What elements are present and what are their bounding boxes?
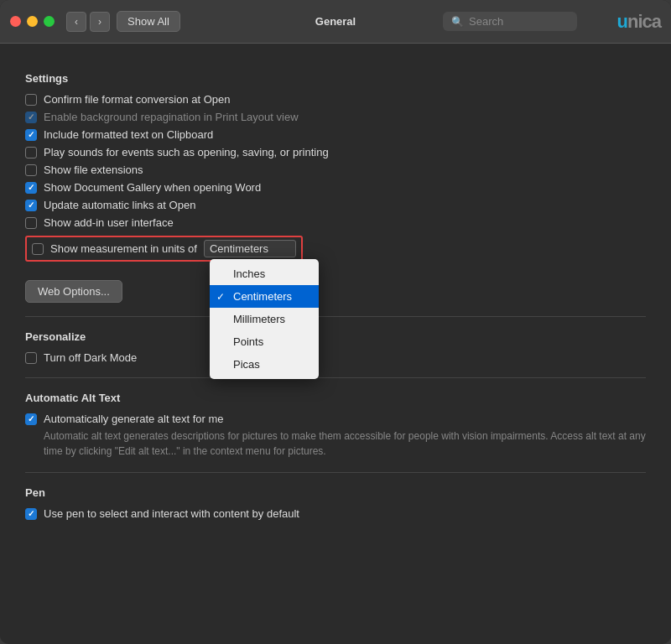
pen-section-header: Pen	[25, 486, 646, 499]
list-item: Show add-in user interface	[25, 216, 646, 229]
measurement-label-box: Show measurement in units of Centimeters	[25, 236, 303, 262]
maximize-button[interactable]	[44, 16, 55, 27]
label-pen-select: Use pen to select and interact with cont…	[44, 507, 299, 520]
checkbox-file-extensions[interactable]	[25, 164, 37, 176]
label-auto-alt: Automatically generate alt text for me	[44, 413, 224, 425]
checkbox-auto-links[interactable]	[25, 200, 37, 211]
label-doc-gallery: Show Document Gallery when opening Word	[44, 181, 261, 194]
list-item: Include formatted text on Clipboard	[25, 128, 646, 141]
list-item: Automatically generate alt text for me	[25, 413, 646, 425]
label-addin-ui: Show add-in user interface	[44, 216, 174, 229]
alt-text-list: Automatically generate alt text for me	[25, 413, 646, 425]
label-play-sounds: Play sounds for events such as opening, …	[44, 146, 329, 158]
measurement-select[interactable]: Centimeters	[204, 240, 296, 257]
search-icon: 🔍	[451, 16, 464, 28]
divider-2	[25, 377, 646, 378]
measurement-row: Show measurement in units of Centimeters…	[25, 236, 646, 262]
divider-1	[25, 316, 646, 317]
alt-text-section-header: Automatic Alt Text	[25, 392, 646, 404]
pen-list: Use pen to select and interact with cont…	[25, 507, 646, 520]
titlebar: ‹ › Show All General 🔍 unica	[0, 0, 671, 44]
forward-button[interactable]: ›	[90, 12, 110, 32]
close-button[interactable]	[10, 16, 21, 27]
checkbox-doc-gallery[interactable]	[25, 182, 37, 194]
traffic-lights	[10, 16, 55, 27]
label-background-repagination: Enable background repagination in Print …	[44, 111, 299, 123]
personalize-section-header: Personalize	[25, 330, 646, 343]
list-item: Turn off Dark Mode	[25, 351, 646, 364]
settings-section-header: Settings	[25, 72, 646, 85]
label-dark-mode: Turn off Dark Mode	[44, 351, 137, 364]
checkbox-background-repagination[interactable]	[25, 112, 37, 123]
measurement-dropdown: Inches Centimeters Millimeters Points Pi…	[210, 259, 319, 379]
settings-list: Confirm file format conversion at Open E…	[25, 93, 646, 229]
label-auto-links: Update automatic links at Open	[44, 199, 195, 211]
checkbox-play-sounds[interactable]	[25, 147, 37, 158]
list-item: Update automatic links at Open	[25, 199, 646, 211]
back-button[interactable]: ‹	[66, 12, 86, 32]
list-item: Use pen to select and interact with cont…	[25, 507, 646, 520]
dropdown-item-points[interactable]: Points	[210, 330, 319, 353]
dropdown-item-picas[interactable]: Picas	[210, 353, 319, 376]
nav-buttons: ‹ ›	[66, 12, 110, 32]
checkbox-pen-select[interactable]	[25, 508, 37, 520]
checkbox-measurement[interactable]	[32, 243, 44, 255]
show-all-button[interactable]: Show All	[117, 11, 180, 32]
list-item: Show file extensions	[25, 164, 646, 176]
checkbox-confirm-format[interactable]	[25, 94, 37, 106]
search-bar: 🔍	[443, 12, 577, 31]
content-area: Settings Confirm file format conversion …	[0, 44, 671, 644]
label-confirm-format: Confirm file format conversion at Open	[44, 93, 231, 106]
checkbox-auto-alt[interactable]	[25, 413, 37, 425]
personalize-list: Turn off Dark Mode	[25, 351, 646, 364]
list-item: Confirm file format conversion at Open	[25, 93, 646, 106]
dropdown-item-centimeters[interactable]: Centimeters	[210, 285, 319, 308]
checkbox-dark-mode[interactable]	[25, 352, 37, 364]
list-item: Enable background repagination in Print …	[25, 111, 646, 123]
list-item: Show Document Gallery when opening Word	[25, 181, 646, 194]
web-options-button[interactable]: Web Options...	[25, 280, 122, 303]
window: ‹ › Show All General 🔍 unica Settings Co…	[0, 0, 671, 644]
checkbox-addin-ui[interactable]	[25, 217, 37, 229]
checkbox-formatted-text[interactable]	[25, 129, 37, 141]
dropdown-item-millimeters[interactable]: Millimeters	[210, 308, 319, 330]
dropdown-item-inches[interactable]: Inches	[210, 262, 319, 285]
unica-logo: unica	[616, 11, 661, 33]
divider-3	[25, 472, 646, 473]
minimize-button[interactable]	[27, 16, 38, 27]
search-input[interactable]	[469, 15, 569, 28]
label-measurement: Show measurement in units of	[50, 242, 197, 255]
label-formatted-text: Include formatted text on Clipboard	[44, 128, 213, 141]
list-item: Play sounds for events such as opening, …	[25, 146, 646, 158]
window-title: General	[315, 15, 356, 28]
alt-text-description: Automatic alt text generates description…	[44, 428, 646, 459]
label-file-extensions: Show file extensions	[44, 164, 143, 176]
